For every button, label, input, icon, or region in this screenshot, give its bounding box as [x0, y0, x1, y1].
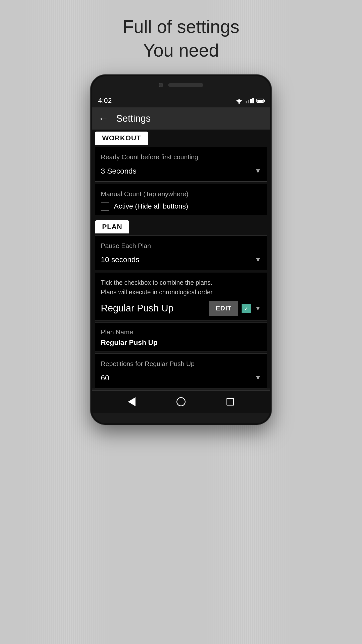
repetitions-label: Repetitions for Regular Push Up [101, 359, 261, 368]
phone-speaker [168, 83, 203, 87]
pause-each-card: Pause Each Plan 10 seconds ▼ [95, 235, 267, 270]
plan-name-card-value: Regular Push Up [101, 339, 261, 347]
workout-tab[interactable]: WORKOUT [95, 132, 148, 145]
page-heading: Full of settings You need [90, 15, 272, 62]
combine-info-line1: Tick the checkbox to combine the plans. [101, 279, 212, 286]
repetitions-card: Repetitions for Regular Push Up 60 ▼ [95, 353, 267, 388]
phone-bottom-bar [92, 413, 270, 423]
manual-count-checkbox-label: Active (Hide all buttons) [114, 202, 188, 210]
combine-info: Tick the checkbox to combine the plans. … [101, 278, 261, 297]
plan-dropdown-arrow[interactable]: ▼ [255, 304, 261, 312]
back-button[interactable]: ← [98, 113, 109, 124]
manual-count-card: Manual Count (Tap anywhere) Active (Hide… [95, 184, 267, 215]
plan-row: Regular Push Up EDIT ✓ ▼ [101, 301, 261, 316]
ready-count-arrow: ▼ [255, 167, 261, 175]
manual-count-checkbox[interactable] [101, 202, 109, 211]
plan-name-big: Regular Push Up [101, 303, 206, 314]
pause-each-dropdown[interactable]: 10 seconds ▼ [101, 254, 261, 265]
pause-each-arrow: ▼ [255, 256, 261, 264]
app-content: WORKOUT Ready Count before first countin… [92, 130, 270, 388]
combine-plans-card: Tick the checkbox to combine the plans. … [95, 272, 267, 320]
heading-line2: You need [143, 40, 219, 60]
edit-button[interactable]: EDIT [209, 301, 238, 316]
plan-name-card: Plan Name Regular Push Up [95, 323, 267, 351]
nav-recents-icon [227, 398, 234, 406]
nav-recents-button[interactable] [223, 394, 238, 409]
status-time: 4:02 [98, 97, 112, 105]
nav-bar [92, 390, 270, 413]
phone-top-bar [92, 76, 270, 94]
page-wrapper: Full of settings You need 4:02 [90, 15, 272, 425]
nav-home-button[interactable] [173, 394, 189, 409]
ready-count-card: Ready Count before first counting 3 Seco… [95, 147, 267, 181]
signal-icon [246, 98, 254, 103]
ready-count-value: 3 Seconds [101, 167, 137, 175]
phone-camera [159, 83, 163, 87]
pause-each-label: Pause Each Plan [101, 241, 261, 250]
status-icons [235, 98, 264, 104]
repetitions-arrow: ▼ [255, 374, 261, 382]
battery-icon [256, 99, 264, 103]
phone-frame: 4:02 [90, 75, 272, 425]
ready-count-label: Ready Count before first counting [101, 152, 261, 162]
status-bar: 4:02 [92, 94, 270, 107]
repetitions-dropdown[interactable]: 60 ▼ [101, 372, 261, 384]
manual-count-checkbox-row[interactable]: Active (Hide all buttons) [101, 202, 261, 211]
app-header: ← Settings [92, 107, 270, 130]
manual-count-label: Manual Count (Tap anywhere) [101, 189, 261, 198]
nav-home-icon [176, 397, 186, 406]
nav-back-button[interactable] [124, 394, 139, 409]
pause-each-value: 10 seconds [101, 255, 139, 264]
heading-line1: Full of settings [123, 17, 239, 37]
combine-info-line2: Plans will execute in chronological orde… [101, 289, 213, 296]
plan-tab[interactable]: PLAN [95, 220, 129, 233]
nav-back-icon [128, 397, 135, 406]
plan-name-card-title: Plan Name [101, 328, 261, 336]
app-title: Settings [116, 113, 151, 124]
plan-tab-container: PLAN [92, 218, 270, 233]
wifi-icon [235, 98, 243, 104]
ready-count-dropdown[interactable]: 3 Seconds ▼ [101, 165, 261, 177]
workout-tab-container: WORKOUT [92, 130, 270, 145]
plan-checked-box[interactable]: ✓ [242, 304, 251, 313]
repetitions-value: 60 [101, 374, 109, 382]
